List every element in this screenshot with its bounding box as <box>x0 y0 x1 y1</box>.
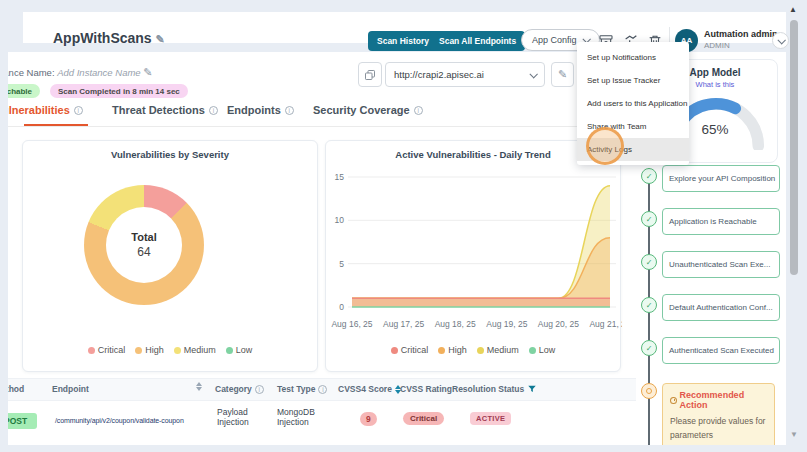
svg-text:10: 10 <box>335 215 345 225</box>
svg-text:5: 5 <box>339 259 344 269</box>
scroll-up-arrow[interactable]: ▲ <box>789 5 797 14</box>
svg-text:Aug 20, 25: Aug 20, 25 <box>538 319 579 329</box>
legend-item[interactable]: Low <box>529 345 556 355</box>
chevron-down-icon <box>529 70 537 78</box>
scan-all-endpoints-button[interactable]: Scan All Endpoints <box>430 31 525 51</box>
sort-endpoint-icon[interactable] <box>196 382 202 391</box>
legend-item[interactable]: Low <box>226 345 253 355</box>
annotation-circle <box>586 127 624 165</box>
chart-title: Vulnerabilities by Severity <box>23 149 317 160</box>
info-icon <box>255 385 264 394</box>
legend-dot <box>438 347 445 354</box>
legend-item[interactable]: Medium <box>174 345 216 355</box>
tab-threat-detections[interactable]: Threat Detections <box>112 104 218 116</box>
svg-text:Aug 18, 25: Aug 18, 25 <box>435 319 476 329</box>
scan-completed-badge: Scan Completed in 8 min 14 sec <box>50 84 188 98</box>
endpoint-link[interactable]: /community/api/v2/coupon/validate-coupon <box>55 417 184 424</box>
checklist-item[interactable]: Authenticated Scan Executed <box>662 337 780 364</box>
user-name: Autmation admin <box>704 29 778 39</box>
check-icon: ✓ <box>641 340 657 356</box>
test-type-cell: MongoDB Injection <box>277 407 327 427</box>
info-icon <box>285 106 294 115</box>
info-icon <box>209 106 218 115</box>
svg-text:15: 15 <box>335 172 345 182</box>
legend-dot <box>88 347 95 354</box>
col-resolution-status: Resolution Status <box>452 384 537 394</box>
legend-item[interactable]: High <box>135 345 164 355</box>
checklist-item[interactable]: Application is Reachable <box>662 208 780 235</box>
edit-title-icon[interactable]: ✎ <box>156 33 165 45</box>
svg-text:Aug 19, 25: Aug 19, 25 <box>486 319 527 329</box>
legend-dot <box>226 347 233 354</box>
reachable-badge: Reachable <box>8 84 40 98</box>
check-icon: ✓ <box>641 297 657 313</box>
legend-dot <box>477 347 484 354</box>
legend-dot <box>174 347 181 354</box>
checklist-item[interactable]: Default Authentication Conf... <box>662 294 780 321</box>
info-icon <box>74 106 83 115</box>
severity-legend: Critical High Medium Low <box>23 345 317 355</box>
instance-name-label: Instance Name: Add Instance Name ✎ <box>8 66 152 79</box>
svg-text:Aug 21, 25: Aug 21, 25 <box>589 319 622 329</box>
col-category: Category <box>215 384 264 394</box>
category-cell: Payload Injection <box>217 407 269 427</box>
recommended-action-card: Recommended Action Please provide values… <box>662 383 775 445</box>
tab-security-coverage[interactable]: Security Coverage <box>313 104 423 116</box>
chart-title: Active Vulnerabilities - Daily Trend <box>326 149 620 160</box>
copy-icon <box>364 69 376 81</box>
legend-dot <box>529 347 536 354</box>
col-method: Method <box>8 384 24 394</box>
user-menu-button[interactable] <box>772 32 789 49</box>
legend-item[interactable]: Medium <box>477 345 519 355</box>
col-cvss-rating: CVSS Rating <box>400 384 452 394</box>
instance-name-placeholder[interactable]: Add Instance Name <box>57 67 140 78</box>
legend-dot <box>391 347 398 354</box>
trend-chart-card: Active Vulnerabilities - Daily Trend 051… <box>325 140 621 372</box>
app-header: AppWithScans ✎ Scan History Scan All End… <box>23 12 786 43</box>
tab-endpoints[interactable]: Endpoints <box>227 104 294 116</box>
info-icon <box>414 106 423 115</box>
checklist-item[interactable]: Explore your API Composition <box>662 165 780 192</box>
severity-chart-card: Vulnerabilities by Severity Total 64 Cri… <box>22 140 318 372</box>
svg-text:Aug 16, 25: Aug 16, 25 <box>331 319 372 329</box>
svg-text:0: 0 <box>339 302 344 312</box>
rating-badge: Critical <box>403 412 444 425</box>
filter-icon[interactable] <box>527 384 537 394</box>
legend-item[interactable]: High <box>438 345 467 355</box>
scroll-down-arrow[interactable]: ▼ <box>790 430 798 439</box>
app-url-select[interactable]: http://crapi2.apisec.ai <box>385 62 545 87</box>
menu-item-issue-tracker[interactable]: Set up Issue Tracker <box>577 69 689 92</box>
info-icon <box>318 385 327 394</box>
edit-url-button[interactable]: ✎ <box>551 62 574 87</box>
recommended-action-title: Recommended Action <box>670 390 767 410</box>
pencil-icon: ✎ <box>558 68 567 81</box>
menu-item-add-users[interactable]: Add users to this Application <box>577 92 689 115</box>
pending-icon <box>641 383 657 399</box>
score-badge: 9 <box>360 412 377 426</box>
legend-dot <box>135 347 142 354</box>
col-endpoint: Endpoint <box>52 384 89 394</box>
method-badge: POST <box>8 413 37 429</box>
check-icon: ✓ <box>641 168 657 184</box>
check-icon: ✓ <box>641 254 657 270</box>
trend-area-chart: 051015Aug 16, 25Aug 17, 25Aug 18, 25Aug … <box>326 163 622 335</box>
user-role: ADMIN <box>704 41 730 50</box>
status-badge: ACTIVE <box>470 412 511 425</box>
chevron-down-icon <box>777 36 785 44</box>
menu-item-notifications[interactable]: Set up Notifications <box>577 46 689 69</box>
page-title: AppWithScans ✎ <box>53 30 165 46</box>
clock-icon <box>670 397 677 404</box>
legend-item[interactable]: Critical <box>391 345 429 355</box>
copy-url-button[interactable] <box>358 62 382 87</box>
col-cvss4-score: CVSS4 Score <box>338 384 401 394</box>
tabs-divider <box>8 126 633 127</box>
scrollbar-thumb[interactable] <box>790 20 798 275</box>
scan-history-button[interactable]: Scan History <box>368 31 438 51</box>
col-test-type: Test Type <box>277 384 327 394</box>
trend-legend: Critical High Medium Low <box>326 345 620 355</box>
edit-instance-icon[interactable]: ✎ <box>143 66 152 78</box>
tab-vulnerabilities[interactable]: Vulnerabilities <box>8 104 83 116</box>
recommended-action-body: Please provide values for parameters cou… <box>670 414 767 445</box>
checklist-item[interactable]: Unauthenticated Scan Exe... <box>662 251 780 278</box>
legend-item[interactable]: Critical <box>88 345 126 355</box>
